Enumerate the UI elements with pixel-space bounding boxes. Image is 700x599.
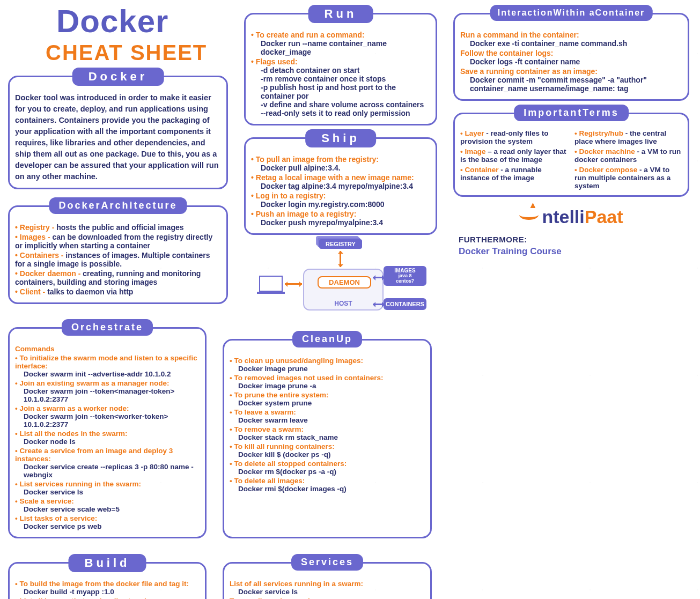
entry-cmd: Docker swarm join --token<manager-token>… [15,387,200,403]
term-item: Layer - read-only files to provision the… [460,129,568,145]
interaction-heading-text: InteractionWithin aContainer [498,8,645,17]
arrow-daemon-images [373,277,385,278]
entry-label: Run a command in the container: [460,31,579,39]
entry: To delete all images:Docker rmi $(docker… [230,477,425,493]
entry-label: To clean up unused/dangling images: [230,357,363,365]
entry: Join a swarm as a worker node:Docker swa… [15,404,200,428]
arrow-daemon-containers [373,304,385,305]
term-label: Layer [460,129,484,137]
entry: To prune the entire system:Docker system… [230,391,425,407]
entry-label: To initialize the swarm mode and listen … [15,354,197,370]
entry-cmd: container_name username/image_name: tag [460,84,682,93]
entry-cmd: -d detach container on start [251,66,430,75]
entry: Run a command in the container:Docker ex… [460,31,682,48]
entry-label: List of all services running in a swarm: [230,580,363,588]
entry-desc: hosts the public and official images [54,223,183,232]
entry-label: List all images that are locally stored: [15,597,149,599]
entry-desc: talks to daemon via http [45,287,133,296]
entry: Images - can be downloaded from the regi… [15,233,221,250]
entry-cmd: Docker run --name container_name docker_… [251,39,430,56]
term-item: Docker machine - a VM to run docker cont… [574,147,682,164]
entry-cmd: -v define and share volume across contai… [251,100,430,109]
entry-cmd: Docker build -t myapp :1.0 [15,588,200,596]
entry: Containers - instances of images. Multip… [15,251,221,268]
card-architecture: DockerArchitecture Registry - hosts the … [8,205,228,304]
entry-label: To remove a swarm: [230,425,304,433]
entry-label: To leave a swarm: [230,408,296,416]
entry: Scale a service:Docker service scale web… [15,497,200,513]
entry-label: Push an image to a registry: [251,210,356,218]
entry-label: Scale a service: [15,497,74,505]
entry-label: Join an existing swarm as a manager node… [15,379,170,387]
entry: Log in to a registry:Docker login my.reg… [251,191,430,209]
entry-label: Save a running container as an image: [460,67,598,76]
entry-cmd: Docker service scale web=5 [15,505,200,513]
entry-cmd: Docker rmi $(docker images -q) [230,485,425,493]
entry-cmd: Docker image prune -a [230,382,425,390]
entry-label: Log in to a registry: [251,191,326,200]
entry-cmd: Docker pull alpine:3.4. [251,164,430,172]
entry-label: To create and run a command: [251,31,365,39]
card-cleanup: CleanUp To clean up unused/dangling imag… [223,339,432,538]
term-label: Docker machine [574,147,635,156]
entry: To removed images not used in containers… [230,374,425,390]
arrow-registry-daemon [340,251,341,267]
furthermore-link[interactable]: Docker Training Course [459,246,689,257]
term-label: Container [460,166,499,174]
card-terms: ImportantTerms Layer - read-only files t… [453,113,689,197]
term-item: Image – a read only layer that is the ba… [460,147,568,164]
entry-cmd: Docker logs -ft container name [460,57,682,66]
furthermore-label: FURTHERMORE: [459,235,689,244]
entry-cmd: Docker swarm join --token<worker-token> … [15,412,200,428]
diagram-images: IMAGES java 8 centos7 [384,266,426,286]
entry-label: Containers - [15,251,63,260]
entry-cmd: Docker service ls [230,588,425,596]
entry-cmd: Docker service create --replicas 3 -p 80… [15,463,200,479]
entry: To clean up unused/dangling images:Docke… [230,357,425,373]
term-label: Image [460,147,486,156]
entry-cmd: Docker node ls [15,438,200,446]
entry: To see all running services:Docker stack… [230,597,425,599]
entry: Save a running container as an image:Doc… [460,67,682,93]
entry: Follow the container logs:Docker logs -f… [460,49,682,66]
entry-label: Follow the container logs: [460,49,553,57]
entry: Create a service from an image and deplo… [15,447,200,479]
architecture-diagram: REGISTRY DAEMON HOST IMAGES java 8 cento… [249,239,432,320]
logo-swoosh-icon [519,205,541,223]
entry-cmd: Docker service ps web [15,522,200,530]
diagram-registry: REGISTRY [319,239,362,249]
entry: Flags used:-d detach container on start-… [251,57,430,117]
entry-label: To prune the entire system: [230,391,329,399]
card-title-orchestrate: Orchestrate [62,319,153,336]
entry-label: List services running in the swarm: [15,480,141,488]
entry-cmd: Docker kill $ (docker ps -q) [230,450,425,459]
card-title-terms: ImportantTerms [514,105,629,121]
entry: To build the image from the docker file … [15,580,200,596]
lower-row: Orchestrate Commands To initialize the s… [8,327,689,599]
card-title-docker: Docker [72,68,164,86]
entry-label: To delete all images: [230,477,305,485]
entry-cmd: Docker stack rm stack_name [230,433,425,441]
entry: Registry - hosts the public and official… [15,223,221,232]
diagram-client-icon [259,276,283,292]
entry-cmd: Docker commit -m "commit message" -a "au… [460,76,682,84]
card-orchestrate: Orchestrate Commands To initialize the s… [8,327,207,538]
entry-label: To kill all running containers: [230,442,335,450]
card-ship: Ship To pull an image from the registry:… [244,137,437,235]
entry-cmd: Docker swarm leave [230,416,425,424]
entry: To remove a swarm:Docker stack rm stack_… [230,425,425,441]
card-title-services: Services [291,554,363,571]
entry-cmd: -p publish host ip and host port to the … [251,83,430,100]
card-interaction: InteractionWithin aContainer Run a comma… [453,13,689,101]
logo-area: ntelliPaat [453,205,689,227]
entry-cmd: Docker push myrepo/myalpine:3.4 [251,218,430,227]
card-title-run: Run [308,5,373,23]
intellipaat-logo: ntelliPaat [519,205,623,227]
term-label: Registry/hub [574,129,623,137]
term-label: Docker compose [574,166,637,174]
card-title-interaction: InteractionWithin aContainer [490,5,653,21]
entry-label: List all the nodes in the swarm: [15,430,128,438]
entry-cmd: Docker rm $(docker ps -a -q) [230,468,425,476]
entry-label: To delete all stopped containers: [230,460,347,468]
entry-cmd: Docker exe -ti container_name command.sh [460,39,682,48]
